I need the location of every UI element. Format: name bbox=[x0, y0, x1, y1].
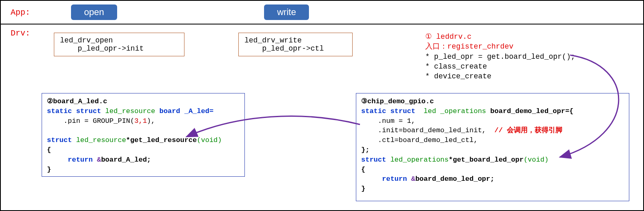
b3-struct: struct bbox=[390, 107, 424, 115]
b2-l3-type: led_resource bbox=[76, 136, 126, 144]
b3-static: static bbox=[361, 107, 390, 115]
notes-l4: * class_create bbox=[425, 62, 487, 71]
b2-l3-paren: ( bbox=[197, 136, 201, 144]
b3-l6-type: led_operations bbox=[390, 156, 449, 164]
b3-l2: .num = 1, bbox=[361, 117, 415, 125]
b3-l6-struct: struct bbox=[361, 156, 390, 164]
write-l1: led_drv_write bbox=[244, 36, 302, 44]
b3-l6-star: * bbox=[449, 156, 453, 164]
b3-rest: board_demo_led_opr={ bbox=[490, 107, 573, 115]
b3-l7: { bbox=[361, 166, 365, 173]
b3-l8-amp: & bbox=[411, 175, 415, 183]
b2-l3-fn: get_led_resource bbox=[130, 136, 197, 144]
b2-pin: .pin = GROUP_PIN( bbox=[47, 117, 134, 125]
app-row: App: open write bbox=[1, 1, 643, 24]
b2-rest: board _A_led= bbox=[159, 107, 213, 115]
b3-l6-paren: ( bbox=[524, 156, 528, 164]
b2-struct: struct bbox=[76, 107, 105, 115]
led-drv-write-box: led_drv_write p_led_opr->ctl bbox=[238, 33, 353, 56]
b2-l6: } bbox=[47, 166, 51, 173]
b2-static: static bbox=[47, 107, 76, 115]
led-drv-open-box: led_drv_open p_led_opr->init bbox=[54, 33, 184, 56]
open-l1: led_drv_open bbox=[60, 36, 113, 44]
b2-l5-val: board_A_led; bbox=[101, 156, 151, 164]
notes-l3: * p_led_opr = get.board_led_opr(); bbox=[425, 53, 575, 61]
b2-title: ②board_A_led.c bbox=[47, 98, 107, 105]
b3-l4: .ctl=board_demo_led_ctl, bbox=[361, 136, 478, 144]
b3-type: led _operations bbox=[424, 107, 490, 115]
b2-l3-struct: struct bbox=[47, 136, 76, 144]
b2-l3-close: ) bbox=[218, 136, 222, 144]
b3-l6-void: void bbox=[528, 156, 544, 164]
app-label: App: bbox=[11, 8, 30, 17]
b3-l8-val: board_demo_led_opr; bbox=[415, 175, 495, 183]
notes-l2: 入口：register_chrdev bbox=[425, 42, 513, 51]
write-pill: write bbox=[264, 4, 309, 20]
b3-l3-cmt: // 会调用，获得引脚 bbox=[494, 127, 562, 134]
notes-l1: ① leddrv.c bbox=[425, 33, 471, 41]
b2-end: ), bbox=[147, 117, 155, 125]
leddrv-notes: ① leddrv.c 入口：register_chrdev * p_led_op… bbox=[425, 32, 575, 81]
b2-type: led_resource bbox=[105, 107, 160, 115]
b3-l6-fn: get_board_led_opr bbox=[453, 156, 523, 164]
notes-l5: * device_create bbox=[425, 72, 491, 80]
write-l2: p_led_opr->ctl bbox=[244, 44, 324, 53]
b2-l3-void: void bbox=[201, 136, 218, 144]
b3-title: ③chip_demo_gpio.c bbox=[361, 98, 434, 105]
b3-l5: }; bbox=[361, 146, 369, 154]
b2-l5-ret: return bbox=[47, 156, 97, 164]
drv-label: Drv: bbox=[11, 29, 30, 38]
b2-l5-amp: & bbox=[97, 156, 101, 164]
chip-demo-gpio-box: ③chip_demo_gpio.c static struct led _ope… bbox=[356, 93, 629, 201]
b3-l8-ret: return bbox=[361, 175, 411, 183]
open-l2: p_led_opr->init bbox=[60, 44, 144, 53]
open-pill: open bbox=[71, 4, 117, 20]
b3-l9: } bbox=[361, 185, 365, 193]
board-a-led-box: ②board_A_led.c static struct led_resourc… bbox=[42, 93, 245, 177]
b3-l6-close: ) bbox=[544, 156, 549, 164]
drv-row: Drv: led_drv_open p_led_opr->init led_dr… bbox=[1, 24, 643, 210]
b3-l3-init: .init=board_demo_led_init, bbox=[361, 127, 494, 134]
b2-args: 3,1 bbox=[134, 117, 147, 125]
diagram-container: App: open write Drv: led_drv_open p_led_… bbox=[0, 0, 644, 211]
b2-l4: { bbox=[47, 146, 51, 154]
b2-l3-star: * bbox=[126, 136, 130, 144]
